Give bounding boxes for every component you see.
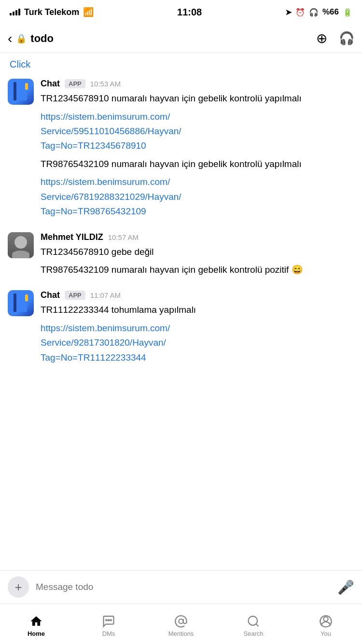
attachment-button[interactable]: + — [8, 576, 29, 598]
svg-rect-5 — [25, 294, 28, 301]
message-link-2[interactable]: https://sistem.benimsurum.com/Service/67… — [41, 175, 354, 219]
tab-search-label: Search — [243, 630, 263, 637]
headphones-call-icon[interactable]: 🎧 — [339, 31, 354, 46]
header-left: ‹ 🔒 todo — [8, 31, 54, 46]
message-text: TR12345678910 gebe değil — [41, 245, 354, 259]
sender-name: Chat — [41, 79, 60, 89]
book-svg-icon — [12, 81, 30, 102]
click-link[interactable]: Click — [10, 59, 30, 70]
message-content: Chat APP 10:53 AM TR12345678910 numaralı… — [41, 79, 354, 223]
message-text: TR12345678910 numaralı hayvan için gebel… — [41, 92, 354, 106]
wifi-icon: 📶 — [83, 7, 94, 17]
headphones-icon: 🎧 — [309, 8, 319, 17]
message-row: Chat APP 10:53 AM TR12345678910 numaralı… — [0, 72, 362, 225]
message-row: Chat APP 11:07 AM TR11122233344 tohumlam… — [0, 283, 362, 372]
svg-point-9 — [179, 619, 183, 623]
tab-you[interactable]: You — [290, 604, 362, 644]
lock-icon: 🔒 — [16, 33, 27, 44]
sender-name: Mehmet YILDIZ — [41, 232, 103, 242]
header: ‹ 🔒 todo ⊕ 🎧 — [0, 24, 362, 53]
message-header: Chat APP 10:53 AM — [41, 79, 354, 89]
message-content: Mehmet YILDIZ 10:57 AM TR12345678910 geb… — [41, 232, 354, 280]
tab-mentions-label: Mentions — [168, 630, 194, 637]
svg-point-7 — [108, 620, 109, 621]
app-badge: APP — [65, 291, 85, 300]
microphone-button[interactable]: 🎤 — [337, 579, 354, 595]
svg-point-6 — [106, 620, 107, 621]
back-button[interactable]: ‹ — [8, 31, 12, 46]
tab-home-label: Home — [28, 630, 45, 637]
timestamp: 10:53 AM — [90, 80, 121, 88]
svg-rect-4 — [14, 294, 16, 312]
status-left: Turk Telekom 📶 — [10, 7, 94, 17]
you-icon — [319, 615, 333, 628]
search-icon — [247, 615, 260, 628]
dms-icon — [102, 615, 115, 628]
message-content: Chat APP 11:07 AM TR11122233344 tohumlam… — [41, 290, 354, 369]
channel-name: todo — [30, 32, 54, 45]
svg-rect-2 — [25, 83, 28, 90]
app-badge: APP — [65, 79, 85, 88]
header-title: 🔒 todo — [16, 32, 54, 45]
message-link[interactable]: https://sistem.benimsurum.com/Service/59… — [41, 110, 354, 154]
message-header: Chat APP 11:07 AM — [41, 290, 354, 300]
tab-you-label: You — [320, 630, 331, 637]
user-avatar — [8, 232, 34, 258]
battery-icon: 🔋 — [343, 8, 352, 17]
add-to-channel-icon[interactable]: ⊕ — [316, 30, 327, 46]
svg-point-10 — [249, 616, 258, 626]
status-time: 11:08 — [177, 7, 202, 18]
message-header: Mehmet YILDIZ 10:57 AM — [41, 232, 354, 242]
mentions-icon — [174, 615, 188, 628]
timestamp: 10:57 AM — [108, 233, 139, 241]
status-right: ➤ ⏰ 🎧 %66 🔋 — [285, 7, 352, 17]
chat-area: Click Chat APP 10:53 AM TR12345678910 nu… — [0, 53, 362, 381]
tab-home[interactable]: Home — [0, 604, 72, 644]
timestamp: 11:07 AM — [90, 291, 121, 299]
tab-bar: Home DMs Mentions Search Yo — [0, 603, 362, 644]
carrier-text: Turk Telekom — [24, 7, 79, 17]
home-icon — [29, 615, 43, 628]
signal-bars — [10, 9, 20, 15]
tab-dms[interactable]: DMs — [72, 604, 145, 644]
alarm-icon: ⏰ — [295, 8, 305, 17]
message-input[interactable] — [36, 576, 331, 598]
status-bar: Turk Telekom 📶 11:08 ➤ ⏰ 🎧 %66 🔋 — [0, 0, 362, 24]
message-link-3[interactable]: https://sistem.benimsurum.com/Service/92… — [41, 321, 354, 365]
battery-text: %66 — [322, 7, 339, 17]
tab-dms-label: DMs — [102, 630, 115, 637]
message-text: TR11122233344 tohumlama yapılmalı — [41, 303, 354, 317]
sender-name: Chat — [41, 290, 60, 300]
svg-point-8 — [111, 620, 111, 621]
message-text: TR98765432109 numaralı hayvan için gebel… — [41, 157, 354, 171]
tab-search[interactable]: Search — [217, 604, 290, 644]
header-right: ⊕ 🎧 — [316, 30, 354, 46]
svg-rect-1 — [14, 82, 16, 100]
tab-mentions[interactable]: Mentions — [145, 604, 217, 644]
input-bar: + 🎤 — [0, 570, 362, 603]
click-link-row: Click — [0, 53, 362, 72]
location-icon: ➤ — [285, 8, 292, 17]
message-row: Mehmet YILDIZ 10:57 AM TR12345678910 geb… — [0, 225, 362, 283]
message-text: TR98765432109 numaralı hayvan için gebel… — [41, 263, 354, 277]
chat-app-avatar — [8, 79, 34, 105]
svg-point-11 — [323, 617, 328, 621]
chat-app-avatar — [8, 290, 34, 316]
book-svg-icon-2 — [12, 293, 30, 314]
